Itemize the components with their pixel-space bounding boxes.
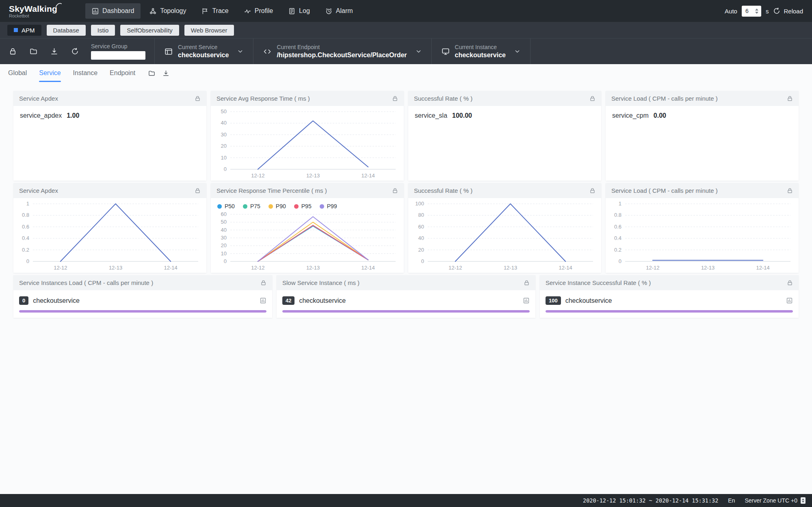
card-service-apdex: Service Apdexservice_apdex1.00 (13, 91, 206, 181)
view-tab-instance[interactable]: Instance (73, 64, 97, 82)
view-tab-global[interactable]: Global (8, 64, 27, 82)
folder-icon[interactable] (30, 47, 37, 55)
card-title: Successful Rate ( % ) (414, 187, 472, 194)
category-tab-web-browser[interactable]: Web Browser (184, 25, 234, 36)
selector-endpoint[interactable]: Current Endpoint/hipstershop.CheckoutSer… (253, 44, 431, 59)
card-header: Slow Service Instance ( ms ) (277, 275, 535, 290)
svg-text:1: 1 (26, 201, 29, 207)
top-nav-bar: SkyWalking Rocketbot DashboardTopologyTr… (0, 0, 812, 22)
toolbar-selectors: Current ServicecheckoutserviceCurrent En… (154, 39, 531, 64)
svg-text:12-14: 12-14 (164, 265, 178, 271)
export-icon[interactable] (162, 70, 169, 77)
card-service-instances-load-cpm-calls-per-minute: Service Instances Load ( CPM - calls per… (13, 275, 272, 318)
nav-item-topology[interactable]: Topology (143, 3, 193, 19)
lock-icon[interactable] (195, 95, 201, 101)
card-header: Service Response Time Percentile ( ms ) (211, 183, 404, 198)
trace-icon (201, 8, 208, 15)
card-header: Service Load ( CPM - calls per minute ) (606, 91, 799, 106)
svg-text:0.2: 0.2 (614, 247, 621, 253)
logo[interactable]: SkyWalking Rocketbot (9, 4, 62, 18)
value-bar (282, 310, 530, 313)
svg-text:12-14: 12-14 (362, 265, 375, 271)
value-badge: 0 (19, 296, 28, 305)
nav-item-log[interactable]: Log (282, 3, 316, 19)
legend-item-p90[interactable]: P90 (269, 203, 286, 209)
instance-name: checkoutservice (565, 297, 612, 304)
time-range-picker[interactable]: 2020-12-12 15:01:32 ~ 2020-12-14 15:31:3… (583, 497, 718, 504)
svg-text:12-12: 12-12 (54, 265, 67, 271)
service-group-block: Service Group (91, 43, 145, 60)
lock-icon[interactable] (589, 95, 595, 101)
stepper-up-icon[interactable] (802, 498, 804, 500)
nav-item-label: Log (299, 7, 310, 15)
svg-text:50: 50 (221, 219, 227, 225)
folder-icon[interactable] (148, 70, 155, 77)
svg-text:12-12: 12-12 (251, 265, 264, 271)
service-group-input[interactable] (91, 51, 145, 60)
lock-icon[interactable] (524, 280, 530, 286)
legend-item-p75[interactable]: P75 (243, 203, 260, 209)
svg-text:40: 40 (221, 227, 227, 233)
lock-icon[interactable] (787, 188, 793, 194)
category-tab-istio[interactable]: Istio (91, 25, 115, 36)
line-chart-svg: 00.20.40.60.8112-1212-1312-14 (13, 199, 205, 273)
metric-value: 100.00 (452, 112, 472, 119)
svg-text:60: 60 (221, 211, 227, 217)
stepper-down-icon[interactable] (802, 501, 804, 503)
category-tab-label: APM (22, 27, 35, 33)
export-icon[interactable] (50, 47, 58, 55)
line-chart-svg: 02040608010012-1212-1312-14 (408, 199, 600, 273)
legend-item-p99[interactable]: P99 (320, 203, 337, 209)
inspect-icon[interactable] (523, 297, 530, 304)
svg-text:12-13: 12-13 (306, 173, 320, 179)
nav-item-trace[interactable]: Trace (195, 3, 235, 19)
selector-instance[interactable]: Current Instancecheckoutservice (432, 44, 530, 59)
language-toggle[interactable]: En (728, 497, 735, 504)
reload-button[interactable]: Reload (773, 7, 803, 15)
legend-dot-icon (217, 204, 222, 209)
svg-text:12-12: 12-12 (646, 265, 659, 271)
chart-legend: P50P75P90P95P99 (211, 199, 402, 209)
dashboard-row: Service Instances Load ( CPM - calls per… (13, 275, 799, 318)
lock-icon[interactable] (260, 280, 266, 286)
legend-item-p50[interactable]: P50 (217, 203, 235, 209)
selector-label: Current Endpoint (277, 44, 407, 50)
lock-icon[interactable] (9, 47, 17, 55)
server-zone-stepper[interactable] (801, 497, 806, 504)
nav-item-alarm[interactable]: Alarm (319, 3, 359, 19)
category-tab-apm[interactable]: APM (7, 25, 41, 36)
stepper-up-icon[interactable] (755, 9, 758, 11)
view-tab-endpoint[interactable]: Endpoint (110, 64, 135, 82)
auto-unit: s (766, 8, 769, 15)
lock-icon[interactable] (392, 95, 398, 101)
legend-item-p95[interactable]: P95 (294, 203, 312, 209)
svg-text:0: 0 (421, 258, 424, 264)
panel-icon (165, 47, 173, 56)
lock-icon[interactable] (392, 188, 398, 194)
svg-text:10: 10 (221, 250, 227, 257)
line-chart: 0102030405012-1212-1312-14 (211, 107, 402, 181)
category-tab-database[interactable]: Database (47, 25, 86, 36)
card-header: Successful Rate ( % ) (408, 91, 601, 106)
lock-icon[interactable] (787, 280, 793, 286)
lock-icon[interactable] (589, 188, 595, 194)
svg-text:10: 10 (221, 155, 227, 161)
view-tab-service[interactable]: Service (39, 64, 61, 82)
selector-service[interactable]: Current Servicecheckoutservice (155, 44, 253, 59)
inspect-icon[interactable] (260, 297, 266, 304)
auto-interval-input[interactable]: 6 (742, 6, 761, 17)
lock-icon[interactable] (195, 188, 201, 194)
list-item[interactable]: 42checkoutservice (282, 295, 530, 313)
category-tab-selfobservability[interactable]: SelfObservability (120, 25, 179, 36)
svg-text:30: 30 (221, 132, 227, 138)
lock-icon[interactable] (787, 95, 793, 101)
stepper-down-icon[interactable] (755, 12, 758, 14)
nav-item-profile[interactable]: Profile (238, 3, 279, 19)
list-item[interactable]: 0checkoutservice (19, 295, 266, 313)
auto-interval-value: 6 (745, 8, 749, 14)
list-item[interactable]: 100checkoutservice (546, 295, 793, 313)
inspect-icon[interactable] (786, 297, 793, 304)
refresh-icon[interactable] (71, 47, 79, 55)
auto-interval-stepper[interactable] (754, 8, 760, 15)
nav-item-dashboard[interactable]: Dashboard (85, 3, 141, 19)
